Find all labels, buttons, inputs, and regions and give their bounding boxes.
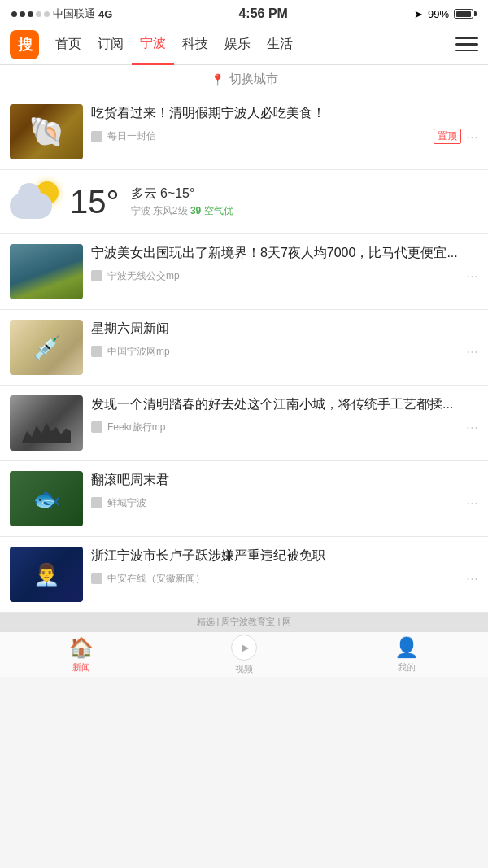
news-meta-4: Feekr旅行mp ···: [91, 420, 478, 434]
battery-icon: [454, 9, 477, 19]
more-button-1[interactable]: ···: [466, 129, 478, 144]
play-icon: [231, 635, 257, 661]
city-switch-label: 切换城市: [229, 72, 278, 87]
watermark-text: 精选 | 周宁波教育宝 | 网: [197, 617, 292, 626]
news-thumb-1: 🐚: [10, 104, 83, 159]
nav-home[interactable]: 首页: [47, 24, 89, 65]
news-source-3: 中国宁波网mp: [107, 345, 461, 359]
news-meta-1: 每日一封信 置顶 ···: [91, 129, 478, 144]
news-thumb-4: [10, 395, 83, 451]
news-feed: 🐚 吃货看过来！清明假期宁波人必吃美食！ 每日一封信 置顶 ··· 15° 多云…: [0, 94, 488, 613]
cloud-icon: [10, 193, 52, 219]
news-thumb-3: 💉: [10, 320, 83, 375]
news-meta-5: 鲜城宁波 ···: [91, 495, 478, 510]
tab-news[interactable]: 🏠 新闻: [0, 632, 163, 677]
news-content-2: 宁波美女出国玩出了新境界！8天7夜人均7000，比马代更便宜... 宁波无线公交…: [91, 244, 478, 283]
weather-icon: [10, 181, 59, 222]
hamburger-menu[interactable]: [455, 33, 478, 56]
more-button-2[interactable]: ···: [466, 268, 478, 283]
more-button-4[interactable]: ···: [466, 420, 478, 434]
weather-details: 多云 6~15° 宁波 东风2级 39 空气优: [131, 185, 233, 218]
news-source-5: 鲜城宁波: [107, 496, 461, 510]
signal-dots: [11, 11, 50, 17]
news-content-4: 发现一个清明踏春的好去处这个江南小城，将传统手工艺都揉... Feekr旅行mp…: [91, 395, 478, 434]
news-thumb-6: 👨‍💼: [10, 547, 83, 602]
source-icon-2: [91, 270, 102, 281]
news-thumb-2: [10, 244, 83, 299]
home-icon: 🏠: [69, 636, 94, 659]
top-badge-1: 置顶: [434, 129, 461, 144]
news-title-5: 翻滚吧周末君: [91, 471, 478, 489]
nav-tech[interactable]: 科技: [174, 24, 216, 65]
status-time: 4:56 PM: [238, 7, 287, 21]
news-source-1: 每日一封信: [107, 129, 429, 143]
tab-profile[interactable]: 👤 我的: [325, 632, 488, 677]
status-bar: 中国联通 4G 4:56 PM ➤ 99%: [0, 0, 488, 24]
location-arrow-icon: ➤: [414, 8, 423, 20]
news-source-6: 中安在线（安徽新闻）: [107, 572, 461, 586]
weather-temperature: 15°: [70, 184, 120, 220]
news-item-4[interactable]: 发现一个清明踏春的好去处这个江南小城，将传统手工艺都揉... Feekr旅行mp…: [0, 386, 488, 461]
news-content-1: 吃货看过来！清明假期宁波人必吃美食！ 每日一封信 置顶 ···: [91, 104, 478, 144]
news-thumb-5: 🐟: [10, 471, 83, 526]
news-content-6: 浙江宁波市长卢子跃涉嫌严重违纪被免职 中安在线（安徽新闻） ···: [91, 547, 478, 586]
weather-sub-info: 宁波 东风2级 39 空气优: [131, 204, 233, 218]
news-source-4: Feekr旅行mp: [107, 421, 461, 434]
news-title-4: 发现一个清明踏春的好去处这个江南小城，将传统手工艺都揉...: [91, 395, 478, 413]
status-right: ➤ 99%: [414, 8, 477, 20]
status-left: 中国联通 4G: [11, 7, 112, 21]
nav-items: 首页 订阅 宁波 科技 娱乐 生活: [47, 24, 455, 65]
news-meta-3: 中国宁波网mp ···: [91, 344, 478, 359]
news-meta-2: 宁波无线公交mp ···: [91, 268, 478, 283]
news-item-3[interactable]: 💉 星期六周新闻 中国宁波网mp ···: [0, 310, 488, 386]
news-content-3: 星期六周新闻 中国宁波网mp ···: [91, 320, 478, 359]
source-icon-1: [91, 131, 102, 142]
weather-widget[interactable]: 15° 多云 6~15° 宁波 东风2级 39 空气优: [0, 170, 488, 234]
profile-icon: 👤: [394, 636, 419, 659]
nav-bar: 搜 首页 订阅 宁波 科技 娱乐 生活: [0, 24, 488, 65]
source-icon-6: [91, 573, 102, 584]
news-title-2: 宁波美女出国玩出了新境界！8天7夜人均7000，比马代更便宜...: [91, 244, 478, 262]
weather-description: 多云 6~15°: [131, 185, 233, 203]
news-item-2[interactable]: 宁波美女出国玩出了新境界！8天7夜人均7000，比马代更便宜... 宁波无线公交…: [0, 234, 488, 310]
news-meta-6: 中安在线（安徽新闻） ···: [91, 571, 478, 586]
news-content-5: 翻滚吧周末君 鲜城宁波 ···: [91, 471, 478, 510]
nav-life[interactable]: 生活: [259, 24, 301, 65]
news-item-6[interactable]: 👨‍💼 浙江宁波市长卢子跃涉嫌严重违纪被免职 中安在线（安徽新闻） ···: [0, 537, 488, 613]
news-title-6: 浙江宁波市长卢子跃涉嫌严重违纪被免职: [91, 547, 478, 565]
network-type: 4G: [98, 8, 112, 20]
battery-percentage: 99%: [428, 8, 449, 20]
tab-bar: 🏠 新闻 视频 👤 我的: [0, 631, 488, 677]
news-item-5[interactable]: 🐟 翻滚吧周末君 鲜城宁波 ···: [0, 461, 488, 537]
weather-wind-detail: 东风2级: [153, 205, 188, 216]
more-button-6[interactable]: ···: [466, 571, 478, 586]
city-bar[interactable]: 📍 切换城市: [0, 65, 488, 94]
source-icon-4: [91, 421, 102, 433]
location-icon: 📍: [211, 73, 224, 86]
news-item-1[interactable]: 🐚 吃货看过来！清明假期宁波人必吃美食！ 每日一封信 置顶 ···: [0, 94, 488, 170]
aqi-label: 空气优: [204, 205, 233, 216]
tab-news-label: 新闻: [72, 661, 90, 674]
source-icon-5: [91, 497, 102, 508]
news-source-2: 宁波无线公交mp: [107, 269, 461, 283]
nav-city[interactable]: 宁波: [132, 24, 174, 65]
tab-video-label: 视频: [235, 663, 253, 675]
weather-city: 宁波: [131, 205, 150, 216]
news-title-3: 星期六周新闻: [91, 320, 478, 338]
tab-video[interactable]: 视频: [163, 632, 325, 677]
more-button-3[interactable]: ···: [466, 344, 478, 359]
source-icon-3: [91, 346, 102, 357]
nav-subscribe[interactable]: 订阅: [89, 24, 132, 65]
carrier-label: 中国联通: [53, 7, 95, 21]
tab-profile-label: 我的: [398, 661, 416, 674]
news-title-1: 吃货看过来！清明假期宁波人必吃美食！: [91, 104, 478, 122]
app-logo[interactable]: 搜: [10, 30, 39, 59]
watermark-bar: 精选 | 周宁波教育宝 | 网: [0, 613, 488, 631]
more-button-5[interactable]: ···: [466, 495, 478, 510]
aqi-number: 39: [190, 205, 201, 216]
nav-entertainment[interactable]: 娱乐: [216, 24, 259, 65]
